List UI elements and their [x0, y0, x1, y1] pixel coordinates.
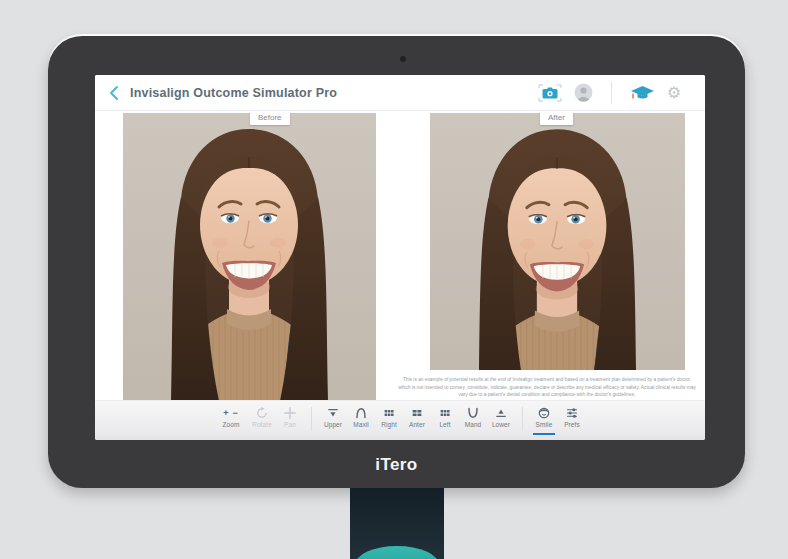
toolbar-item[interactable]: Left	[431, 407, 459, 428]
toolbar-divider	[311, 407, 312, 431]
toolbar-item[interactable]: +− Zoom	[214, 407, 248, 428]
simulation-viewer: Before After This is an example of poten…	[95, 111, 705, 401]
app-header: Invisalign Outcome Simulator Pro	[95, 75, 705, 111]
smile-view-icon	[538, 407, 550, 419]
pan-icon	[284, 407, 296, 419]
front-camera	[400, 56, 406, 62]
header-actions: ⚙	[538, 82, 681, 104]
settings-button[interactable]: ⚙	[667, 85, 681, 101]
header-divider	[611, 82, 612, 104]
gear-icon: ⚙	[667, 85, 681, 101]
snapshot-button[interactable]	[538, 84, 562, 102]
user-avatar-icon	[574, 83, 593, 102]
disclaimer-text: This is an example of potential results …	[397, 376, 697, 399]
learning-center-button[interactable]	[630, 85, 655, 101]
page-title: Invisalign Outcome Simulator Pro	[130, 86, 337, 100]
toolbar-item[interactable]: Right	[375, 407, 403, 428]
rotate-icon	[256, 407, 268, 419]
monitor-bezel: Invisalign Outcome Simulator Pro	[48, 36, 745, 488]
toolbar-item[interactable]: Prefs	[558, 407, 586, 428]
toolbar: +− Zoom Rotate	[95, 400, 705, 440]
camera-icon	[538, 84, 562, 102]
toolbar-item[interactable]: Mand	[459, 407, 487, 428]
toolbar-divider	[522, 407, 523, 431]
after-label: After	[540, 111, 573, 125]
toolbar-item[interactable]: Smile	[530, 407, 558, 428]
before-portrait	[123, 113, 376, 400]
after-photo[interactable]	[430, 113, 685, 370]
toolbar-item[interactable]: Maxil	[347, 407, 375, 428]
upper-jaw-icon	[327, 407, 339, 419]
back-button[interactable]	[105, 83, 123, 103]
screen: Invisalign Outcome Simulator Pro	[95, 75, 705, 440]
right-view-icon	[383, 407, 395, 419]
profile-button[interactable]	[574, 83, 593, 102]
left-view-icon	[439, 407, 451, 419]
after-portrait	[430, 113, 685, 370]
zoom-icon: +−	[223, 407, 239, 419]
before-photo[interactable]	[123, 113, 376, 400]
preferences-icon	[566, 407, 578, 419]
toolbar-item[interactable]: Upper	[319, 407, 347, 428]
maxillary-arch-icon	[355, 407, 367, 419]
brand-logo: iTero	[48, 455, 745, 475]
lower-jaw-icon	[495, 407, 507, 419]
toolbar-item[interactable]: Rotate	[248, 407, 276, 428]
toolbar-item[interactable]: Lower	[487, 407, 515, 428]
toolbar-item[interactable]: Anter	[403, 407, 431, 428]
back-chevron-icon	[109, 85, 119, 101]
anterior-view-icon	[411, 407, 423, 419]
page: Invisalign Outcome Simulator Pro	[0, 0, 788, 559]
graduation-cap-icon	[630, 85, 655, 101]
toolbar-item[interactable]: Pan	[276, 407, 304, 428]
before-label: Before	[250, 111, 290, 125]
mandibular-arch-icon	[467, 407, 479, 419]
